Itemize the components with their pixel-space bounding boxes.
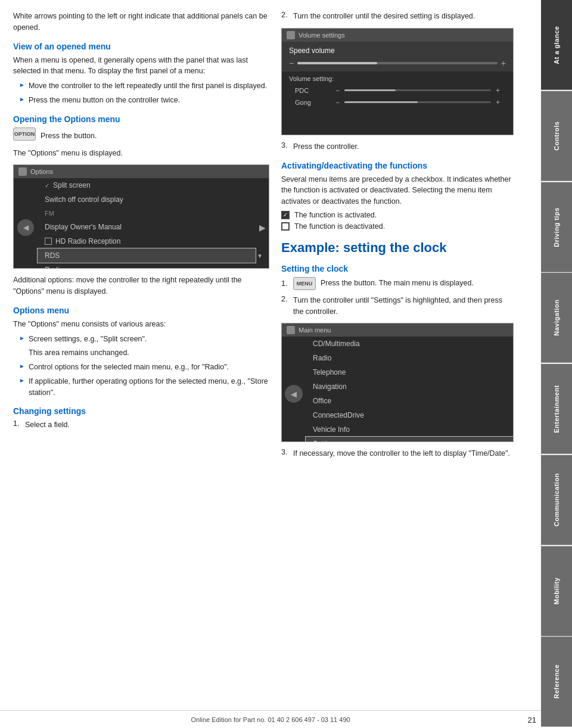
main-menu-titlebar: Main menu — [282, 323, 513, 337]
volume-screen: Volume settings Speed volume − + Volume … — [281, 28, 514, 135]
options-bullet-3: ► If applicable, further operating optio… — [19, 376, 269, 399]
sidebar-tab-driving-tips[interactable]: Driving tips — [541, 182, 572, 272]
volume-setting-label: Volume setting: — [289, 75, 506, 82]
speed-vol-plus: + — [501, 58, 506, 68]
options-bullet-text-2: Control options for the selected main me… — [29, 362, 229, 373]
sidebar-tab-at-a-glance[interactable]: At a glance — [541, 0, 572, 90]
right-step2-row: 2. Turn the controller until the desired… — [281, 11, 514, 22]
deactivated-label: The function is deactivated. — [294, 222, 385, 231]
step1-row: 1. Select a field. — [13, 419, 269, 431]
gong-label: Gong — [295, 99, 331, 106]
volume-settings-section: Volume setting: PDC − + Gong − — [282, 71, 513, 112]
speed-vol-minus: − — [289, 58, 294, 68]
options-displayed-text: The "Options" menu is displayed. — [13, 148, 269, 159]
bullet-text-1: Move the controller to the left repeated… — [29, 80, 267, 92]
activating-text: Several menu items are preceded by a che… — [281, 174, 514, 207]
section3-heading: Options menu — [13, 306, 269, 315]
options-row-display: Display Owner's Manual — [38, 220, 256, 234]
clock-step1-row: 1. MENU Press the button. The main menu … — [281, 277, 514, 290]
main-menu-screen: Main menu ◀ CD/Multimedia Radio Telephon… — [281, 323, 514, 442]
options-row-splitscreen: ✓ Split screen — [38, 178, 256, 192]
options-subbullet: This area remains unchanged. — [29, 347, 269, 359]
main-menu-icon — [287, 326, 295, 334]
deactivated-row: The function is deactivated. — [281, 222, 514, 231]
options-bullet-2: ► Control options for the selected main … — [19, 362, 269, 373]
options-screen: Options ◀ ✓ Split screen Switch off cont… — [13, 164, 269, 269]
main-menu-rows: CD/Multimedia Radio Telephone Navigation… — [306, 337, 513, 442]
pdc-label: PDC — [295, 87, 331, 94]
option-button-row: OPTION Press the button. — [13, 127, 269, 144]
activated-row: ✓ The function is activated. — [281, 211, 514, 219]
sidebar-tab-reference[interactable]: Reference — [541, 637, 572, 727]
menu-row-navigation: Navigation — [306, 379, 513, 394]
clock-step2-text: Turn the controller until "Settings" is … — [293, 295, 514, 318]
options-bullet-arrow-2: ► — [19, 363, 25, 369]
speed-vol-track — [297, 62, 498, 64]
right-step3-text: Press the controller. — [293, 141, 359, 153]
checked-icon: ✓ — [281, 211, 290, 219]
sidebar: At a glance Controls Driving tips Naviga… — [541, 0, 572, 728]
section1-heading: View of an opened menu — [13, 42, 269, 51]
menu-row-settings: Settings — [306, 437, 513, 442]
clock-step3-row: 3. If necessary, move the controller to … — [281, 448, 514, 459]
pdc-row: PDC − + — [289, 85, 506, 97]
unchecked-icon — [281, 222, 290, 231]
example-heading: Example: setting the clock — [281, 240, 514, 256]
right-step2-number: 2. — [281, 11, 293, 19]
sidebar-tab-controls[interactable]: Controls — [541, 91, 572, 181]
main-menu-title: Main menu — [299, 326, 331, 334]
options-screen-title: Options — [30, 168, 53, 175]
main-menu-content: ◀ CD/Multimedia Radio Telephone Navigati… — [282, 337, 513, 442]
gong-plus: + — [496, 98, 500, 107]
bullet-text-2: Press the menu button on the controller … — [29, 95, 180, 106]
footer-text: Online Edition for Part no. 01 40 2 606 … — [191, 716, 350, 723]
speed-volume-section: Speed volume − + — [282, 42, 513, 71]
menu-row-radio: Radio — [306, 351, 513, 365]
options-bullet-text-1: Screen settings, e.g., "Split screen". — [29, 334, 147, 345]
option-instruction: Press the button. — [41, 132, 97, 140]
speed-vol-fill — [297, 62, 377, 64]
volume-screen-title: Volume settings — [299, 32, 345, 39]
page-footer: Online Edition for Part no. 01 40 2 606 … — [0, 710, 541, 728]
additional-options-text: Additional options: move the controller … — [13, 275, 269, 297]
step1-text: Select a field. — [25, 419, 70, 431]
right-step2-text: Turn the controller until the desired se… — [293, 11, 475, 22]
step1-number: 1. — [13, 419, 25, 428]
right-step3-row: 3. Press the controller. — [281, 141, 514, 153]
clock-step1-number: 1. — [281, 279, 293, 288]
sidebar-tab-communication[interactable]: Communication — [541, 455, 572, 545]
speed-volume-label: Speed volume — [289, 46, 506, 55]
clock-step3-number: 3. — [281, 448, 293, 456]
menu-row-vehicleinfo: Vehicle Info — [306, 422, 513, 437]
pdc-slider — [344, 89, 491, 91]
clock-step1-text: Press the button. The main menu is displ… — [321, 278, 474, 289]
bullet-arrow-2: ► — [19, 96, 25, 102]
options-row-rds: RDS ▼ — [38, 248, 256, 263]
nav-left-arrow[interactable]: ◀ — [17, 219, 34, 236]
options-bullet-text-3: If applicable, further operating options… — [29, 376, 269, 399]
menu-row-connecteddrive: ConnectedDrive — [306, 408, 513, 422]
main-menu-nav-circle[interactable]: ◀ — [285, 385, 303, 403]
sidebar-tab-navigation[interactable]: Navigation — [541, 273, 572, 363]
right-step3-number: 3. — [281, 141, 293, 150]
options-icon — [18, 167, 27, 176]
pdc-minus: − — [335, 86, 340, 95]
clock-step2-number: 2. — [281, 295, 293, 303]
options-row-fm: FM — [38, 207, 256, 220]
sidebar-tab-mobility[interactable]: Mobility — [541, 546, 572, 636]
gong-minus: − — [335, 98, 340, 107]
volume-icon — [287, 31, 295, 39]
clock-step2-row: 2. Turn the controller until "Settings" … — [281, 295, 514, 318]
options-bullet-1: ► Screen settings, e.g., "Split screen". — [19, 334, 269, 345]
menu-row-office: Office — [306, 394, 513, 408]
options-menu-rows: ✓ Split screen Switch off control displa… — [38, 178, 256, 269]
gong-fill — [344, 101, 418, 103]
sidebar-tab-entertainment[interactable]: Entertainment — [541, 364, 572, 454]
setting-clock-heading: Setting the clock — [281, 264, 514, 273]
bullet-item-1: ► Move the controller to the left repeat… — [19, 80, 269, 92]
intro-text: White arrows pointing to the left or rig… — [13, 11, 269, 33]
menu-row-telephone: Telephone — [306, 365, 513, 379]
options-menu-intro: The "Options" menu consists of various a… — [13, 319, 269, 330]
option-button-image: OPTION — [13, 127, 36, 141]
pdc-fill — [344, 89, 396, 91]
